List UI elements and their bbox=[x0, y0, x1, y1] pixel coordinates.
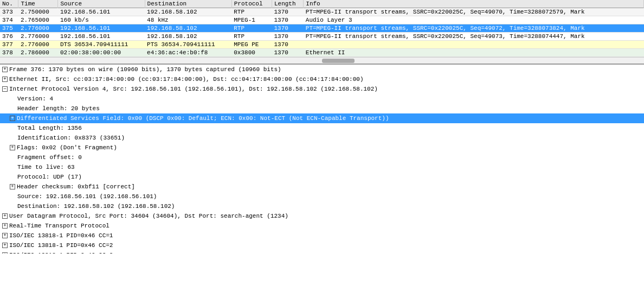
table-cell: PT=MPEG-II transport streams, SSRC=0x220… bbox=[304, 24, 644, 33]
table-row[interactable]: 3762.776000192.168.56.101192.168.58.102R… bbox=[0, 33, 644, 41]
expand-icon[interactable]: − bbox=[2, 86, 8, 92]
table-cell: 02:00:38:00:00:00 bbox=[58, 49, 145, 57]
table-cell: 1370 bbox=[272, 24, 303, 33]
table-cell: 2.786000 bbox=[18, 49, 58, 57]
detail-list: +Frame 376: 1370 bytes on wire (10960 bi… bbox=[0, 65, 644, 254]
table-cell: 1370 bbox=[272, 49, 303, 57]
detail-panel: +Frame 376: 1370 bytes on wire (10960 bi… bbox=[0, 64, 644, 254]
expand-icon[interactable]: + bbox=[2, 243, 8, 248]
detail-text: Protocol: UDP (17) bbox=[17, 174, 82, 180]
detail-row[interactable]: +Header checksum: 0xbf11 [correct] bbox=[0, 182, 644, 192]
detail-row[interactable]: Destination: 192.168.58.102 (192.168.58.… bbox=[0, 201, 644, 211]
detail-text: ISO/IEC 13818-1 PID=0x46 CC=3 bbox=[9, 252, 113, 254]
detail-text: Flags: 0x02 (Don't Fragment) bbox=[17, 144, 117, 151]
col-info: Info bbox=[304, 0, 644, 8]
table-row[interactable]: 3752.776000192.168.56.101192.168.58.102R… bbox=[0, 24, 644, 33]
expand-icon[interactable]: + bbox=[2, 213, 8, 219]
expand-icon[interactable]: + bbox=[10, 116, 15, 121]
table-cell: 378 bbox=[0, 49, 18, 57]
table-cell: 160 kb/s bbox=[58, 16, 145, 24]
detail-row[interactable]: Identification: 0x8373 (33651) bbox=[0, 133, 644, 143]
detail-text: Header checksum: 0xbf11 [correct] bbox=[17, 183, 135, 190]
table-cell: 0x3800 bbox=[231, 49, 272, 57]
table-cell: 2.750000 bbox=[18, 8, 58, 16]
col-source: Source bbox=[58, 0, 145, 8]
table-cell: RTP bbox=[231, 33, 272, 41]
table-cell: 192.168.58.102 bbox=[145, 8, 231, 16]
table-cell: PT=MPEG-II transport streams, SSRC=0x220… bbox=[304, 8, 644, 16]
expand-icon[interactable]: + bbox=[2, 233, 8, 238]
table-cell: DTS 36534.709411111 bbox=[58, 41, 145, 49]
table-cell bbox=[304, 41, 644, 49]
table-cell: RTP bbox=[231, 24, 272, 33]
detail-row[interactable]: +User Datagram Protocol, Src Port: 34604… bbox=[0, 211, 644, 221]
detail-text: Fragment offset: 0 bbox=[17, 154, 82, 161]
detail-text: Time to live: 63 bbox=[17, 164, 75, 170]
detail-text: ISO/IEC 13818-1 PID=0x46 CC=1 bbox=[9, 232, 113, 239]
detail-row[interactable]: +Differentiated Services Field: 0x00 (DS… bbox=[0, 113, 644, 123]
expand-icon[interactable]: + bbox=[10, 145, 15, 150]
table-header-row: No. Time Source Destination Protocol Len… bbox=[0, 0, 644, 8]
table-cell: 2.776000 bbox=[18, 33, 58, 41]
table-cell: 192.168.56.101 bbox=[58, 24, 145, 33]
scrollbar-thumb[interactable] bbox=[322, 59, 355, 63]
expand-icon[interactable]: + bbox=[2, 77, 8, 82]
table-cell: Ethernet II bbox=[304, 49, 644, 57]
detail-text: User Datagram Protocol, Src Port: 34604 … bbox=[9, 213, 288, 219]
detail-row[interactable]: Version: 4 bbox=[0, 94, 644, 104]
detail-row[interactable]: Fragment offset: 0 bbox=[0, 153, 644, 162]
expand-icon[interactable]: + bbox=[2, 223, 8, 229]
expand-icon[interactable]: + bbox=[10, 184, 15, 189]
col-length: Length bbox=[272, 0, 303, 8]
detail-row[interactable]: +Ethernet II, Src: cc:03:17:84:00:00 (cc… bbox=[0, 74, 644, 84]
detail-text: Destination: 192.168.58.102 (192.168.58.… bbox=[17, 203, 175, 210]
table-row[interactable]: 3772.776000DTS 36534.709411111PTS 36534.… bbox=[0, 41, 644, 49]
col-no: No. bbox=[0, 0, 18, 8]
detail-text: Source: 192.168.56.101 (192.168.56.101) bbox=[17, 193, 157, 200]
table-cell: 376 bbox=[0, 33, 18, 41]
detail-row[interactable]: +ISO/IEC 13818-1 PID=0x46 CC=3 bbox=[0, 250, 644, 254]
detail-row[interactable]: Time to live: 63 bbox=[0, 162, 644, 172]
expand-icon[interactable]: + bbox=[2, 252, 8, 254]
detail-row[interactable]: +ISO/IEC 13818-1 PID=0x46 CC=2 bbox=[0, 240, 644, 250]
table-cell: 1370 bbox=[272, 16, 303, 24]
table-cell: RTP bbox=[231, 8, 272, 16]
detail-row[interactable]: +ISO/IEC 13818-1 PID=0x46 CC=1 bbox=[0, 231, 644, 240]
table-cell: MPEG PE bbox=[231, 41, 272, 49]
table-cell: 192.168.56.101 bbox=[58, 33, 145, 41]
table-cell: MPEG-1 bbox=[231, 16, 272, 24]
detail-text: Version: 4 bbox=[17, 96, 53, 102]
table-cell: PTS 36534.709411111 bbox=[145, 41, 231, 49]
table-cell: 1370 bbox=[272, 8, 303, 16]
table-row[interactable]: 3732.750000192.168.56.101192.168.58.102R… bbox=[0, 8, 644, 16]
detail-row[interactable]: Header length: 20 bytes bbox=[0, 104, 644, 113]
table-cell: 1370 bbox=[272, 41, 303, 49]
expand-icon[interactable]: + bbox=[2, 67, 8, 72]
table-cell: 2.765000 bbox=[18, 16, 58, 24]
table-cell: 2.776000 bbox=[18, 24, 58, 33]
table-cell: e4:36:ac:4e:b0:f8 bbox=[145, 49, 231, 57]
detail-text: Header length: 20 bytes bbox=[17, 105, 100, 112]
detail-row[interactable]: Total Length: 1356 bbox=[0, 123, 644, 133]
table-row[interactable]: 3742.765000160 kb/s48 kHzMPEG-11370Audio… bbox=[0, 16, 644, 24]
detail-row[interactable]: −Internet Protocol Version 4, Src: 192.1… bbox=[0, 84, 644, 94]
packet-list-container: No. Time Source Destination Protocol Len… bbox=[0, 0, 644, 57]
table-cell: Audio Layer 3 bbox=[304, 16, 644, 24]
detail-row[interactable]: +Frame 376: 1370 bytes on wire (10960 bi… bbox=[0, 65, 644, 74]
detail-text: Real-Time Transport Protocol bbox=[9, 223, 110, 229]
detail-row[interactable]: +Flags: 0x02 (Don't Fragment) bbox=[0, 143, 644, 153]
detail-text: Identification: 0x8373 (33651) bbox=[17, 135, 125, 141]
detail-text: Frame 376: 1370 bytes on wire (10960 bit… bbox=[9, 66, 281, 73]
table-cell: PT=MPEG-II transport streams, SSRC=0x220… bbox=[304, 33, 644, 41]
detail-text: ISO/IEC 13818-1 PID=0x46 CC=2 bbox=[9, 242, 113, 249]
detail-row[interactable]: Source: 192.168.56.101 (192.168.56.101) bbox=[0, 192, 644, 201]
detail-row[interactable]: +Real-Time Transport Protocol bbox=[0, 221, 644, 231]
detail-text: Internet Protocol Version 4, Src: 192.16… bbox=[9, 86, 378, 92]
horizontal-scrollbar[interactable] bbox=[0, 57, 644, 64]
detail-row[interactable]: Protocol: UDP (17) bbox=[0, 172, 644, 182]
col-destination: Destination bbox=[145, 0, 231, 8]
table-cell: 48 kHz bbox=[145, 16, 231, 24]
table-row[interactable]: 3782.78600002:00:38:00:00:00e4:36:ac:4e:… bbox=[0, 49, 644, 57]
table-cell: 2.776000 bbox=[18, 41, 58, 49]
detail-text: Differentiated Services Field: 0x00 (DSC… bbox=[17, 115, 389, 122]
